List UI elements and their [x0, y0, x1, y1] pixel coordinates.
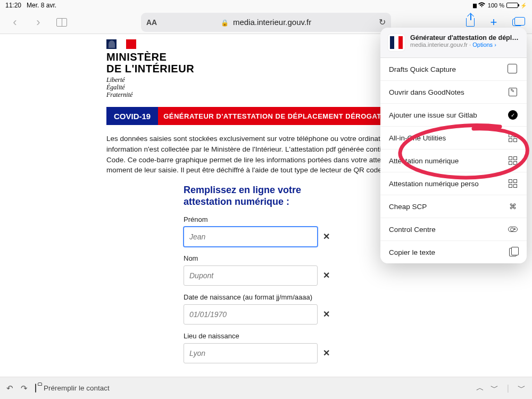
- attestation-form: Remplissez en ligne votreattestation num…: [184, 184, 330, 363]
- dob-label: Date de naissance (au format jj/mm/aaaa): [184, 293, 330, 301]
- page-description: Les données saisies sont stockées exclus…: [106, 134, 426, 175]
- keyboard-down-button[interactable]: ﹀: [491, 383, 498, 393]
- share-header: Générateur d'attestation de déplacement …: [380, 28, 527, 58]
- nom-input[interactable]: [184, 265, 318, 286]
- share-item-goodnotes[interactable]: Ouvrir dans GoodNotes: [380, 81, 527, 104]
- prenom-input[interactable]: [184, 227, 318, 247]
- share-item-allinone[interactable]: All-in-One Utilities: [380, 127, 527, 149]
- drafts-icon: [508, 64, 518, 74]
- clear-prenom-button[interactable]: ✕: [323, 231, 330, 242]
- shortcut-label[interactable]: Préremplir le contact: [44, 384, 110, 392]
- form-title: Remplissez en ligne votreattestation num…: [184, 184, 330, 208]
- clear-dob-button[interactable]: ✕: [323, 309, 330, 319]
- scp-icon: ⌘: [508, 201, 518, 212]
- banner-badge: COVID-19: [106, 107, 158, 125]
- status-date: Mer. 8 avr.: [27, 2, 56, 9]
- share-item-attestation[interactable]: Attestation numérique: [380, 149, 527, 172]
- share-item-attestation-perso[interactable]: Attestation numérique perso: [380, 172, 527, 195]
- status-time: 11:20: [5, 2, 21, 9]
- tabs-icon: [512, 19, 522, 26]
- bookmarks-button[interactable]: [50, 11, 73, 34]
- back-button[interactable]: ‹: [3, 11, 27, 34]
- lieu-input[interactable]: [184, 343, 318, 363]
- qr-icon: [508, 178, 518, 189]
- plus-icon: +: [491, 15, 497, 29]
- share-subtitle: media.interieur.gouv.fr · Options ›: [410, 41, 519, 48]
- reload-button[interactable]: ↻: [379, 17, 386, 27]
- wifi-icon: [478, 2, 486, 9]
- dob-input[interactable]: [184, 304, 318, 325]
- utilities-icon: [508, 132, 518, 143]
- share-item-drafts[interactable]: Drafts Quick Capture: [380, 58, 527, 81]
- keyboard-up-button[interactable]: ︿: [476, 383, 484, 393]
- battery-text: 100 %: [488, 2, 504, 9]
- battery-icon: [506, 3, 518, 8]
- lock-icon: 🔒: [221, 19, 229, 27]
- ministry-title: MINISTÈREDE L'INTÉRIEUR: [106, 51, 426, 74]
- nom-label: Nom: [184, 254, 330, 262]
- undo-button[interactable]: ↶: [6, 384, 13, 393]
- share-options-link[interactable]: Options ›: [472, 41, 496, 48]
- flag-logo: [106, 39, 136, 49]
- share-item-copytext[interactable]: Copier le texte: [380, 241, 527, 263]
- share-site-icon: [388, 34, 405, 51]
- prenom-label: Prénom: [184, 215, 330, 223]
- share-item-cheapscp[interactable]: Cheap SCP ⌘: [380, 195, 527, 218]
- forward-button[interactable]: ›: [27, 11, 50, 34]
- reader-aa-button[interactable]: AA: [146, 18, 157, 27]
- share-item-gitlab[interactable]: Ajouter une issue sur Gitlab ✓: [380, 104, 527, 127]
- clear-lieu-button[interactable]: ✕: [323, 348, 330, 358]
- motto: Liberté Égalité Fraternité: [106, 77, 426, 98]
- checkmark-icon: ✓: [508, 110, 518, 120]
- qr-icon: [508, 155, 518, 166]
- share-sheet: Générateur d'attestation de déplacement …: [380, 28, 527, 263]
- share-item-controlcentre[interactable]: Control Centre: [380, 218, 527, 241]
- url-text: media.interieur.gouv.fr: [233, 18, 311, 27]
- shortcut-bar: ↶ ↷ Préremplir le contact ︿ ﹀ | ﹀: [0, 377, 532, 399]
- redo-button[interactable]: ↷: [21, 384, 28, 393]
- address-bar[interactable]: AA 🔒 media.interieur.gouv.fr ↻: [141, 13, 391, 32]
- wifi-icon: ▮▮: [472, 2, 476, 9]
- covid-banner: COVID-19 GÉNÉRATEUR D'ATTESTATION DE DÉP…: [106, 107, 426, 125]
- clipboard-icon: [35, 384, 36, 392]
- control-centre-icon: [508, 224, 518, 235]
- book-icon: [56, 18, 67, 27]
- lieu-label: Lieu de naissance: [184, 332, 330, 340]
- clear-nom-button[interactable]: ✕: [323, 270, 330, 280]
- charging-icon: ⚡: [520, 3, 527, 9]
- dismiss-keyboard-button[interactable]: ﹀: [518, 383, 526, 393]
- copy-icon: [508, 247, 518, 257]
- share-icon: [466, 18, 475, 27]
- status-bar: 11:20 Mer. 8 avr. ▮▮ 100 % ⚡: [0, 0, 532, 11]
- goodnotes-icon: [508, 87, 518, 97]
- share-title: Générateur d'attestation de déplacement …: [410, 34, 519, 41]
